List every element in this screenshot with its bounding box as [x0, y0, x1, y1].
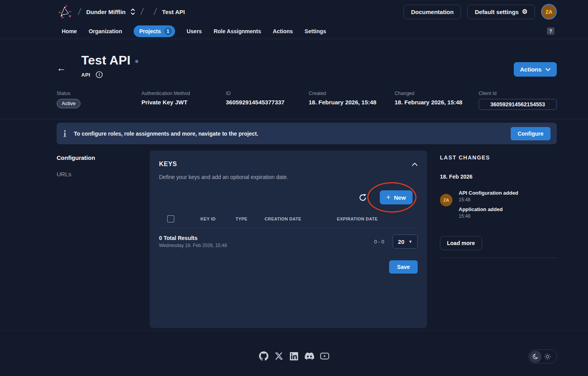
load-more-button[interactable]: Load more [440, 236, 482, 250]
banner-text: To configure roles, role assignments and… [74, 131, 258, 137]
changed-label: Changed [395, 91, 479, 96]
results-row: 0 Total Results Wednesday 18. Feb 2026, … [159, 235, 418, 249]
back-button[interactable]: ← [57, 63, 67, 73]
keys-table-header: KEY ID TYPE CREATION DATE EXPIRATION DAT… [159, 215, 418, 222]
theme-toggle [528, 349, 557, 363]
page-size-select[interactable]: 20 ▼ [393, 235, 418, 249]
nav-item-actions[interactable]: Actions [273, 26, 293, 37]
changes-date: 18. Feb 2026 [440, 174, 557, 180]
nav-item-settings[interactable]: Settings [305, 26, 326, 37]
new-key-label: New [394, 194, 406, 201]
linkedin-icon[interactable] [290, 351, 299, 361]
nav-item-role-assignments[interactable]: Role Assignments [214, 26, 261, 37]
select-all-checkbox[interactable] [167, 215, 174, 222]
youtube-icon[interactable] [320, 351, 329, 361]
refresh-icon [359, 194, 366, 201]
chevron-down-icon [545, 68, 550, 71]
app-meta-row: Status Active Authentication Method Priv… [57, 91, 557, 110]
social-links [0, 331, 588, 361]
nav-item-organization[interactable]: Organization [89, 26, 122, 37]
client-id-value[interactable]: 360592914562154553 [479, 99, 557, 110]
user-avatar[interactable]: ZA [541, 4, 557, 20]
pagination-range: 0 - 0 [374, 239, 384, 245]
discord-icon[interactable] [305, 351, 314, 361]
change-event[interactable]: Application added 15:48 [459, 206, 518, 219]
zitadel-logo-icon [57, 3, 73, 20]
org-switcher[interactable]: Dunder Mifflin [86, 8, 135, 15]
info-pillar-icon [62, 130, 68, 138]
keys-card: KEYS Define your keys and add an optiona… [150, 150, 427, 328]
breadcrumb-project[interactable]: Test API [162, 9, 185, 15]
projects-count-badge: 1 [164, 27, 172, 35]
title-state-dot [135, 60, 138, 63]
column-creation-date: CREATION DATE [265, 217, 301, 221]
github-icon[interactable] [259, 351, 268, 361]
app-type-label: API [81, 72, 90, 78]
results-timestamp: Wednesday 18. Feb 2026, 15:48 [159, 243, 227, 248]
rail-item-urls[interactable]: URLs [57, 171, 150, 177]
topbar-actions: Documentation Default settings ⚙ ZA [404, 4, 557, 20]
event-time: 15:48 [459, 197, 518, 202]
org-name: Dunder Mifflin [86, 9, 126, 15]
created-label: Created [309, 91, 395, 96]
rail-item-configuration[interactable]: Configuration [57, 154, 150, 161]
x-icon[interactable] [274, 351, 284, 361]
auth-method-label: Authentication Method [141, 91, 226, 96]
light-mode-button[interactable] [542, 351, 554, 363]
keys-card-title: KEYS [159, 161, 177, 168]
zitadel-logo[interactable] [57, 3, 73, 20]
column-type: TYPE [236, 217, 247, 221]
page-footer [0, 330, 588, 376]
gear-icon: ⚙ [522, 9, 527, 15]
nav-item-home[interactable]: Home [62, 26, 77, 37]
collapse-card-button[interactable] [412, 163, 418, 166]
new-key-button[interactable]: + New [380, 190, 413, 204]
nav-item-users[interactable]: Users [187, 26, 202, 37]
auth-method-value: Private Key JWT [141, 99, 226, 106]
change-event[interactable]: API Configuration added 15:48 [459, 190, 518, 202]
breadcrumb-separator: / [140, 6, 144, 17]
page-size-value: 20 [398, 238, 404, 245]
event-title: Application added [459, 206, 518, 212]
save-label: Save [397, 264, 410, 270]
caret-down-icon: ▼ [408, 239, 413, 244]
section-rail: Configuration URLs [57, 150, 150, 328]
main-nav: Home Organization Projects 1 Users Role … [0, 23, 588, 39]
total-results: 0 Total Results [159, 235, 227, 241]
load-more-label: Load more [447, 240, 475, 246]
last-changes-title: LAST CHANGES [440, 154, 557, 161]
refresh-button[interactable] [359, 194, 366, 201]
breadcrumb-separator: / [77, 6, 82, 17]
documentation-label: Documentation [411, 9, 454, 15]
configure-button[interactable]: Configure [511, 127, 550, 140]
page-header: ← Test API API Actions Status [0, 39, 588, 119]
plus-icon: + [386, 194, 391, 201]
avatar-initials: ZA [545, 9, 552, 15]
nav-item-projects-label: Projects [139, 28, 161, 34]
moon-icon [533, 353, 539, 360]
chevron-up-icon [412, 163, 418, 166]
created-value: 18. February 2026, 15:48 [309, 99, 395, 106]
new-key-wrap: + New [380, 190, 413, 204]
table-divider [159, 228, 418, 228]
dark-mode-button[interactable] [529, 351, 542, 363]
changed-value: 18. February 2026, 15:48 [395, 99, 479, 106]
id-value: 360592914545377337 [226, 99, 309, 106]
column-expiration-date: EXPIRATION DATE [337, 217, 378, 221]
nav-item-projects[interactable]: Projects 1 [134, 25, 175, 37]
actions-dropdown-button[interactable]: Actions [514, 62, 557, 77]
info-icon[interactable] [96, 71, 103, 78]
help-button[interactable]: ? [547, 27, 554, 35]
sun-icon [544, 353, 551, 360]
keys-card-description: Define your keys and add an optional exp… [159, 174, 418, 180]
keys-toolbar: + New [159, 181, 418, 214]
save-button[interactable]: Save [389, 260, 418, 274]
breadcrumb-separator: / [153, 6, 157, 17]
default-settings-button[interactable]: Default settings ⚙ [467, 5, 535, 19]
status-label: Status [57, 91, 141, 96]
documentation-button[interactable]: Documentation [404, 5, 461, 19]
event-time: 15:48 [459, 213, 518, 219]
configure-label: Configure [518, 131, 543, 137]
main-content: Configuration URLs KEYS Define your keys… [0, 144, 588, 328]
org-switcher-chevrons [130, 8, 135, 15]
